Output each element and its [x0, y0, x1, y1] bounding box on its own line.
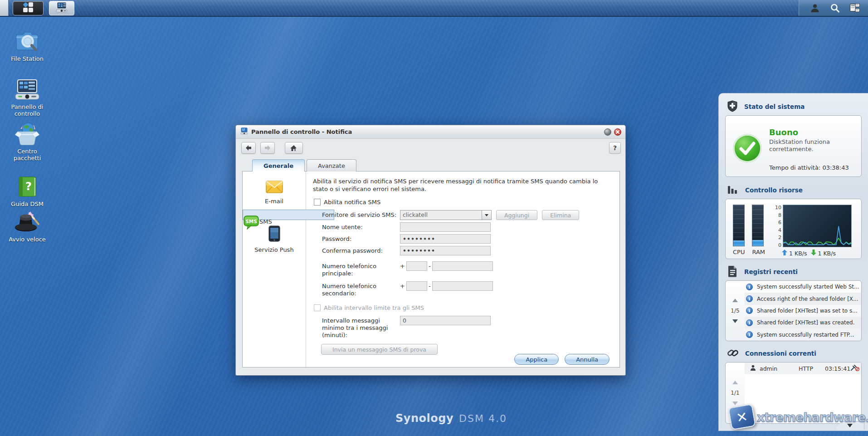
ram-gauge[interactable]: RAM	[752, 205, 765, 259]
chevron-down-icon	[485, 214, 488, 218]
phone-primary-number-input[interactable]	[432, 261, 493, 271]
close-button[interactable]	[614, 128, 621, 136]
help-button[interactable]: ?	[609, 142, 621, 154]
enable-sms-checkbox[interactable]	[314, 199, 321, 206]
resource-box: CPU RAM 108 64 20	[725, 199, 862, 259]
log-row[interactable]: iSystem successfully started Web St...	[745, 281, 861, 293]
log-row[interactable]: iShared folder [XHTest] was set to s...	[745, 305, 861, 317]
window-titlebar[interactable]: Pannello di controllo - Notifica	[236, 125, 625, 139]
main-menu-button[interactable]	[13, 1, 44, 15]
ram-label: RAM	[752, 249, 765, 255]
link-icon	[727, 347, 739, 360]
phone-secondary-number-input[interactable]	[432, 281, 493, 291]
user-menu-icon[interactable]	[809, 2, 821, 14]
log-row[interactable]: iSystem successfully restarted FTP...	[745, 329, 861, 341]
status-detail: DiskStation funziona correttamente.	[769, 138, 846, 153]
confirm-password-input[interactable]	[400, 246, 491, 255]
window-icon	[240, 127, 248, 136]
home-button[interactable]	[285, 142, 303, 154]
cancel-button[interactable]: Annulla	[565, 354, 610, 365]
disconnect-icon[interactable]	[850, 365, 859, 372]
file-station-icon	[5, 29, 50, 53]
pilot-view-icon[interactable]	[849, 2, 861, 14]
interval-input[interactable]	[400, 316, 491, 325]
info-icon: i	[746, 307, 753, 314]
sidebar-item-email[interactable]: E-mail	[243, 175, 306, 210]
send-test-sms-button[interactable]: Invia un messaggio SMS di prova	[321, 344, 438, 355]
ram-gauge-fill	[752, 240, 763, 246]
resource-title: Controllo risorse	[745, 186, 803, 194]
desktop-icon-control-panel[interactable]: Pannello di controllo	[5, 77, 50, 117]
download-arrow-icon	[811, 250, 816, 257]
quick-start-icon	[5, 210, 50, 233]
logs-page-indicator: 1/5	[731, 308, 739, 314]
dsm-help-icon: ?	[5, 174, 50, 198]
connections-page-indicator: 1/1	[731, 390, 739, 396]
network-graph[interactable]: 108 64 20 1 KB/s 1	[772, 205, 852, 259]
resource-header[interactable]: Controllo risorse	[719, 184, 868, 196]
interval-label: Intervallo messaggi minimo tra i messagg…	[314, 316, 400, 339]
username-input[interactable]	[400, 222, 491, 232]
main-menu-grid-icon	[22, 2, 34, 14]
cpu-gauge[interactable]: CPU	[733, 205, 745, 259]
interval-checkbox-row: Abilita intervallo limite tra gli SMS	[314, 304, 613, 311]
apply-button[interactable]: Applica	[514, 354, 559, 365]
connections-header[interactable]: Connessioni correnti	[719, 348, 868, 359]
log-row[interactable]: iAccess right of the shared folder [X...	[745, 293, 861, 304]
system-status-header[interactable]: Stato del sistema	[719, 101, 868, 113]
phone-secondary-prefix-input[interactable]	[406, 281, 427, 291]
cpu-gauge-fill	[733, 240, 744, 246]
enable-sms-row: Abilita notifica SMS	[314, 199, 613, 206]
tab-avanzate[interactable]: Avanzate	[307, 159, 356, 171]
search-icon[interactable]	[829, 2, 841, 14]
package-center-icon	[5, 122, 50, 145]
desktop-icon-dsm-help[interactable]: ? Guida DSM	[5, 174, 50, 207]
taskbar-item-control-panel[interactable]	[49, 1, 74, 15]
desktop-icon-label: Guida DSM	[5, 201, 50, 207]
sidebar-item-label: E-mail	[243, 198, 306, 205]
window-title: Pannello di controllo - Notifica	[251, 128, 352, 135]
desktop-icon-file-station[interactable]: File Station	[5, 29, 50, 62]
push-service-icon	[268, 236, 280, 243]
desktop-icon-label: Centro pacchetti	[5, 148, 50, 162]
pager-down-icon[interactable]	[732, 402, 738, 405]
log-text: System successfully restarted FTP...	[757, 332, 854, 338]
phone-dash: -	[429, 281, 431, 289]
log-text: System successfully started Web St...	[757, 284, 859, 290]
desktop-icon-package-center[interactable]: Centro pacchetti	[5, 122, 50, 162]
select-dropdown-button[interactable]	[482, 211, 491, 220]
minimize-button[interactable]	[604, 128, 611, 136]
shield-icon	[727, 100, 738, 113]
status-ok-icon	[732, 133, 763, 172]
bar-chart-icon	[727, 184, 739, 196]
forward-icon	[264, 145, 271, 151]
pager-down-icon[interactable]	[732, 319, 738, 323]
desktop-icon-label: File Station	[5, 55, 50, 62]
password-input[interactable]	[400, 234, 491, 244]
brand-text: Synology	[395, 412, 454, 425]
interval-limit-checkbox[interactable]	[314, 304, 321, 311]
phone-primary-prefix-input[interactable]	[406, 261, 427, 271]
tab-generale[interactable]: Generale	[252, 159, 305, 171]
pager-up-icon[interactable]	[732, 299, 738, 302]
logs-header[interactable]: Registri recenti	[719, 266, 868, 278]
product-text: DSM 4.0	[459, 413, 507, 424]
system-status-box: Buono DiskStation funziona correttamente…	[725, 115, 862, 177]
log-row[interactable]: iShared folder [XHTest] was created.	[745, 317, 861, 328]
pager-up-icon[interactable]	[732, 381, 738, 384]
info-icon: i	[746, 331, 753, 338]
interval-checkbox-label: Abilita intervallo limite tra gli SMS	[324, 304, 424, 311]
aggiungi-button[interactable]: Aggiungi	[496, 210, 537, 220]
show-desktop-button[interactable]	[0, 0, 9, 16]
control-panel-window: Pannello di controllo - Notifica	[235, 125, 626, 376]
logs-pager: 1/5	[726, 281, 745, 341]
user-silhouette-icon	[750, 365, 756, 372]
provider-select[interactable]: clickatell	[400, 210, 492, 220]
desktop-icon-quick-start[interactable]: Avvio veloce	[5, 210, 50, 243]
phone-primary-label: Numero telefonico principale:	[314, 261, 400, 277]
back-button[interactable]	[241, 142, 256, 154]
elimina-button[interactable]: Elimina	[542, 210, 579, 220]
connection-row[interactable]: admin HTTP 03:15:41	[745, 363, 862, 374]
tab-content: E-mail SMS SMS	[242, 171, 620, 367]
forward-button[interactable]	[260, 142, 275, 154]
